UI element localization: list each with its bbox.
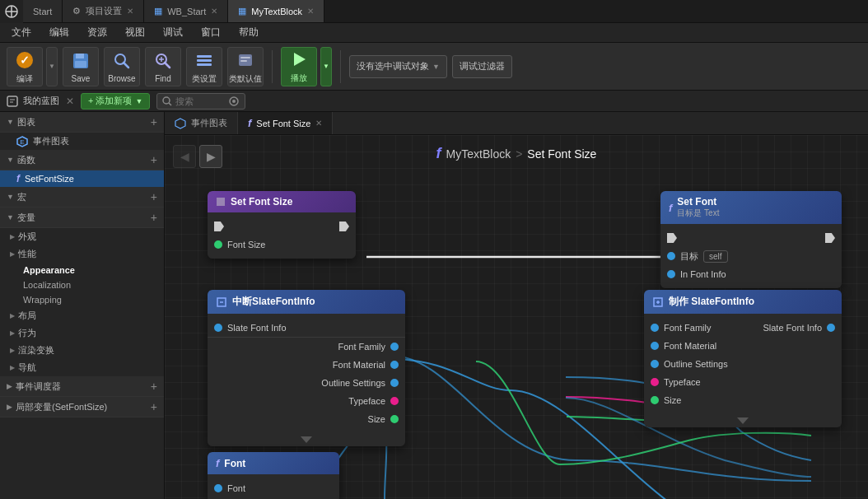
nav-forward-button[interactable]: ▶ xyxy=(199,145,222,168)
node-break-slate[interactable]: 中断SlateFontInfo Slate Font Info xyxy=(208,290,405,446)
menu-view[interactable]: 视图 xyxy=(117,24,153,41)
menu-file[interactable]: 文件 xyxy=(3,24,40,41)
font-pin-dot xyxy=(214,484,222,492)
tab-wb-start-close[interactable]: ✕ xyxy=(211,7,217,16)
exec-out-icon xyxy=(339,222,349,231)
tab-mytextblock-close[interactable]: ✕ xyxy=(307,7,314,16)
tab-mytextblock[interactable]: ▦ MyTextBlock ✕ xyxy=(228,0,324,22)
category-layout[interactable]: ▶ 布局 xyxy=(0,307,164,324)
graph-tab-set-font-size[interactable]: f Set Font Size ✕ xyxy=(238,112,333,134)
graph-tabs: 事件图表 f Set Font Size ✕ xyxy=(165,112,868,135)
svg-rect-6 xyxy=(76,54,84,58)
compile-button[interactable]: ✓ 编译 xyxy=(7,47,43,86)
compile-dropdown[interactable]: ▼ xyxy=(46,47,58,86)
event-tab-icon xyxy=(175,118,186,129)
section-macros-add[interactable]: + xyxy=(151,190,157,203)
bs-outline-settings-row: Outline Settings xyxy=(208,374,405,392)
section-macros[interactable]: ▼ 宏 + xyxy=(0,187,164,208)
bs-font-material-out: Font Material xyxy=(333,360,399,370)
section-event-add[interactable]: + xyxy=(151,380,157,393)
section-local-vars-collapse: ▶ xyxy=(7,403,12,411)
blueprint-close-icon[interactable]: ✕ xyxy=(66,96,74,107)
menu-edit[interactable]: 编辑 xyxy=(41,24,77,41)
section-event-collapse: ▶ xyxy=(7,382,12,390)
node-set-font[interactable]: f Set Font 目标是 Text xyxy=(660,191,842,288)
set-font-title: Set Font xyxy=(677,196,719,208)
menu-help[interactable]: 帮助 xyxy=(231,24,267,41)
ms-size-in: Size xyxy=(651,395,681,405)
add-new-button[interactable]: + 添加新项 ▼ xyxy=(81,93,150,110)
menu-bar: 文件 编辑 资源 视图 调试 窗口 帮助 xyxy=(0,23,868,43)
section-macros-title: ▼ 宏 xyxy=(7,191,26,203)
category-appearance-inner[interactable]: Appearance xyxy=(0,263,164,277)
break-slate-pin-input: Slate Font Info xyxy=(208,319,405,337)
section-local-vars[interactable]: ▶ 局部变量(SetFontSize) + xyxy=(0,397,164,417)
menu-assets[interactable]: 资源 xyxy=(79,24,115,41)
font-size-label: Font Size xyxy=(227,240,265,250)
class-defaults-label: 类默认值 xyxy=(229,73,262,85)
section-graphs[interactable]: ▼ 图表 + xyxy=(0,112,164,133)
blueprint-canvas[interactable]: f MyTextBlock > Set Font Size ◀ ▶ xyxy=(165,135,868,499)
category-render-transform[interactable]: ▶ 渲染变换 xyxy=(0,342,164,359)
bs-tp-dot xyxy=(390,397,399,405)
find-button[interactable]: Find xyxy=(145,47,181,86)
browse-button[interactable]: Browse xyxy=(104,47,140,86)
class-defaults-button[interactable]: 类默认值 xyxy=(227,47,264,86)
category-wrapping[interactable]: Wrapping xyxy=(0,292,164,307)
play-dropdown[interactable]: ▼ xyxy=(320,47,332,86)
nav-back-button[interactable]: ◀ xyxy=(173,145,196,168)
ms-ff-dot xyxy=(651,324,659,332)
category-navigation[interactable]: ▶ 导航 xyxy=(0,359,164,376)
break-slate-body: Slate Font Info Font Family xyxy=(208,314,405,433)
section-graphs-add[interactable]: + xyxy=(151,115,157,128)
section-functions[interactable]: ▼ 函数 + xyxy=(0,150,164,170)
tab-project-settings[interactable]: ⚙ 项目设置 ✕ xyxy=(63,0,144,22)
svg-marker-20 xyxy=(294,53,306,66)
tab-project-settings-close[interactable]: ✕ xyxy=(127,7,133,16)
tab-wb-start[interactable]: ▦ WB_Start ✕ xyxy=(144,0,228,22)
node-icon-set-font-size xyxy=(216,197,226,207)
panel-item-set-font-size[interactable]: f SetFontSize xyxy=(0,170,164,187)
pin-exec-in-row xyxy=(208,217,356,236)
ms-size-dot xyxy=(651,396,659,404)
add-new-dropdown-icon: ▼ xyxy=(135,97,142,105)
graph-tab-event[interactable]: 事件图表 xyxy=(165,112,238,134)
tab-start[interactable]: Start xyxy=(23,0,63,22)
section-functions-add[interactable]: + xyxy=(151,153,157,166)
node-font[interactable]: f Font Font xyxy=(208,452,339,499)
category-performance[interactable]: ▶ 性能 xyxy=(0,245,164,263)
bs-size-row: Size xyxy=(208,410,405,428)
node-set-font-size[interactable]: Set Font Size Font Size xyxy=(208,191,356,259)
play-label: 播放 xyxy=(291,72,307,84)
menu-window[interactable]: 窗口 xyxy=(193,24,229,41)
section-local-vars-add[interactable]: + xyxy=(151,400,157,413)
browse-icon xyxy=(110,49,133,72)
debug-target-selector[interactable]: 没有选中调试对象 ▼ xyxy=(349,55,447,78)
save-button[interactable]: Save xyxy=(63,47,99,86)
play-button[interactable]: 播放 xyxy=(281,47,317,86)
func-tab-close[interactable]: ✕ xyxy=(315,119,322,128)
debug-filter-selector[interactable]: 调试过滤器 xyxy=(452,55,512,78)
svg-line-25 xyxy=(169,103,171,105)
set-font-exec-row xyxy=(660,229,842,247)
panel-item-event-graph[interactable]: E 事件图表 xyxy=(0,133,164,150)
node-make-slate[interactable]: 制作 SlateFontInfo Font Family Slate Font … xyxy=(644,290,842,427)
set-font-exec-out xyxy=(825,233,835,243)
section-functions-title: ▼ 函数 xyxy=(7,154,35,166)
bs-ff-dot xyxy=(390,343,399,351)
sf-infontinfo-label: In Font Info xyxy=(680,269,726,279)
category-appearance-outer[interactable]: ▶ 外观 xyxy=(0,228,164,245)
toolbar: ✓ 编译 ▼ Save Browse xyxy=(0,43,868,91)
section-event-scheduler[interactable]: ▶ 事件调度器 + xyxy=(0,376,164,397)
set-font-target-pin: 目标 self xyxy=(667,250,728,263)
class-defaults-icon xyxy=(234,49,257,72)
menu-debug[interactable]: 调试 xyxy=(155,24,191,41)
svg-marker-30 xyxy=(175,119,185,128)
search-input[interactable] xyxy=(175,96,225,106)
section-variables[interactable]: ▼ 变量 + xyxy=(0,208,164,228)
category-behavior[interactable]: ▶ 行为 xyxy=(0,324,164,342)
class-settings-button[interactable]: 类设置 xyxy=(186,47,222,86)
category-localization[interactable]: Localization xyxy=(0,277,164,292)
section-event-scheduler-title: ▶ 事件调度器 xyxy=(7,380,61,393)
section-variables-add[interactable]: + xyxy=(151,211,157,224)
